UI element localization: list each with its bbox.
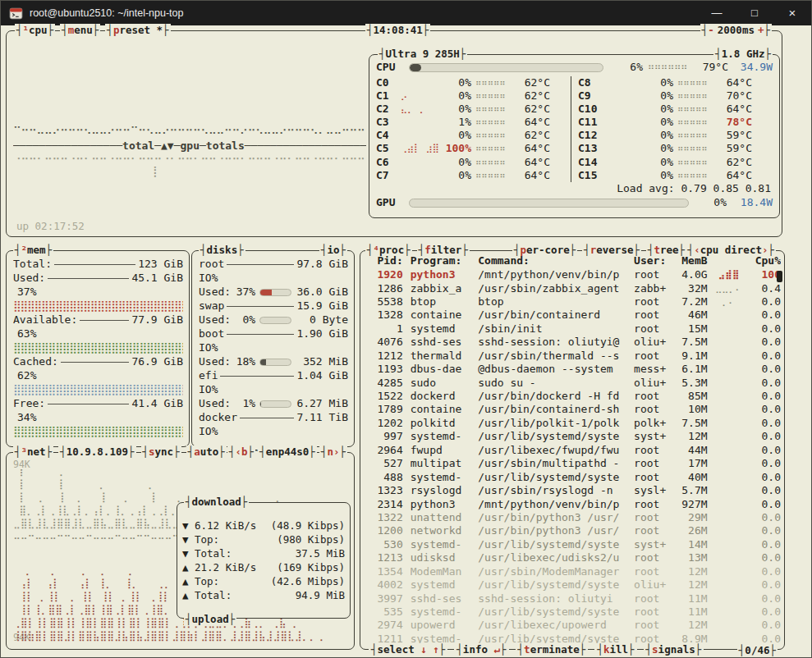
proc-row[interactable]: 5538btopbtoproot7.2M⡀⠄0.0 (365, 295, 781, 308)
next-interface-button[interactable]: n› (319, 446, 347, 458)
proc-row[interactable]: 1920python3/mnt/python/venv/bin/proot4.0… (365, 268, 781, 281)
terminate-button[interactable]: terminate (516, 643, 589, 656)
proc-row[interactable]: 1202polkitd/usr/lib/polkit-1/polkpolk+7.… (365, 417, 781, 430)
proc-row[interactable]: 2314python3/mnt/python/venv/bin/proot927… (365, 497, 781, 510)
fill-line (227, 306, 294, 307)
prev-interface-button[interactable]: ‹b (227, 446, 255, 458)
auto-button[interactable]: auto (186, 446, 227, 458)
core-row: C5⢀⣴⡇ ⣰⣿⣿100%⠶⠶⠶⠶⠶64°C (376, 142, 571, 155)
proc-mem: 9.1M (673, 350, 708, 363)
mem-row: Used:45.1 GiB (13, 272, 183, 286)
proc-row[interactable]: 1286zabbix_a/usr/sbin/zabbix_agentzabb+3… (365, 281, 781, 295)
proc-row[interactable]: 1323rsyslogd/usr/sbin/rsyslogd -nsysl+5.… (365, 484, 781, 497)
refresh-increase[interactable]: + (758, 24, 764, 36)
col-user[interactable]: User: (634, 254, 673, 267)
download-arrow-icon: ▼ (182, 519, 195, 532)
preset-button[interactable]: preset * (105, 24, 170, 36)
fill-line (48, 404, 129, 404)
core-temp: 64°C (514, 116, 550, 129)
proc-program: python3 (411, 498, 473, 511)
mem-tab-label: mem (27, 244, 46, 256)
net-stat-label: 21.2 KiB/s (195, 561, 256, 574)
download-title: download (184, 496, 249, 508)
disks-body: root97.8 GiBIO%Used:37%36.0 GiBswap15.9 … (199, 258, 348, 445)
col-pid[interactable]: Pid: (365, 254, 403, 267)
cpu-tab[interactable]: ¹cpu (15, 24, 55, 36)
proc-row[interactable]: 3997sshd-sessshd-session: oliutyiroot11M… (365, 592, 781, 605)
core-temp-meter: ⠶⠶⠶⠶⠶ (673, 169, 716, 182)
proc-row[interactable]: 1354ModemMan/usr/sbin/ModemManagerroot12… (365, 565, 781, 578)
proc-row[interactable]: 527multipat/usr/sbin/multipathd -root17M… (365, 457, 781, 470)
proc-program: sshd-ses (411, 336, 473, 349)
col-memb[interactable]: MemB (673, 254, 708, 267)
scrollbar-thumb[interactable] (777, 271, 782, 282)
mem-tab[interactable]: ² mem (13, 244, 53, 256)
menu-button[interactable]: menu (60, 24, 100, 36)
proc-row[interactable]: 530systemd-/usr/lib/systemd/systesyst+14… (365, 538, 781, 551)
disks-title-label: disks (207, 244, 238, 256)
proc-command: /usr/lib/systemd/syste (478, 578, 628, 592)
proc-user: root (634, 619, 673, 632)
proc-row[interactable]: 1212thermald/usr/sbin/thermald --sroot9.… (365, 350, 781, 363)
proc-row[interactable]: 1systemd/sbin/initroot15M0.0 (365, 322, 781, 336)
proc-row[interactable]: 4285sudosudo su -oliu+5.3M0.0 (365, 377, 781, 390)
proc-cpu-percent: 0.0 (750, 498, 781, 511)
proc-cpu-percent: 0.0 (750, 619, 781, 632)
proc-row[interactable]: 997systemd-/usr/lib/systemd/systesyst+12… (365, 430, 781, 443)
core-percent: 0% (640, 129, 673, 142)
proc-row[interactable]: 488systemd-/usr/lib/systemd/systeroot40M… (365, 471, 781, 484)
footer-hotkey: k (603, 643, 610, 656)
proc-mem: 10M (673, 403, 708, 416)
disk-io-label: IO% (199, 383, 348, 397)
core-temp: 62°C (716, 156, 752, 169)
col-cpu[interactable]: Cpu% (750, 254, 781, 267)
proc-cpu-percent: 0.0 (750, 377, 781, 390)
net-tab[interactable]: ³net (13, 446, 53, 458)
proc-program: multipat (411, 457, 473, 470)
window-titlebar[interactable]: root@ubuntu2510: ~/intel-npu-top — □ × (1, 1, 811, 25)
core-temp-meter: ⠶⠶⠶⠶⠶ (471, 116, 514, 129)
proc-command: /usr/sbin/multipathd - (478, 457, 628, 470)
minimize-button[interactable]: — (698, 1, 736, 25)
mem-panel: ² mem Total:123 GiBUsed:45.1 GiB37%⣿⣿⣿⣿⣿… (6, 250, 190, 447)
proc-row[interactable]: 1522dockerd/usr/bin/dockerd -H fdroot85M… (365, 390, 781, 403)
core-name: C3 (376, 116, 401, 129)
info-button[interactable]: info ↵ (454, 643, 508, 656)
close-button[interactable]: × (773, 1, 811, 25)
col-program[interactable]: Program: (411, 254, 473, 267)
proc-row[interactable]: 2974upowerd/usr/libexec/upowerdroot12M0.… (365, 619, 781, 632)
kill-button[interactable]: kill (594, 643, 636, 656)
core-column-right: C80%⠶⠶⠶⠶⠶64°CC90%⠶⠶⠶⠶⠶70°CC100%⠶⠶⠶⠶⠶64°C… (571, 76, 773, 182)
signals-button[interactable]: signals (644, 643, 704, 656)
net-stat-label: 6.12 KiB/s (195, 519, 256, 532)
maximize-button[interactable]: □ (736, 1, 773, 25)
refresh-decrease[interactable]: - (708, 24, 714, 36)
proc-row[interactable]: 1193dbus-dae@dbus-daemon --systemmess+6.… (365, 363, 781, 376)
core-temp-meter: ⠶⠶⠶⠶⠶ (471, 129, 514, 142)
proc-row[interactable]: 1213udisksd/usr/libexec/udisks2/uroot13M… (365, 551, 781, 564)
proc-pid: 4076 (365, 336, 403, 349)
proc-row[interactable]: 4076sshd-sessshd-session: oliutyi@oliu+7… (365, 336, 781, 349)
proc-mem: 11M (673, 605, 708, 619)
core-row: C150%⠶⠶⠶⠶⠶64°C (578, 169, 773, 182)
proc-command: sshd-session: oliutyi (478, 592, 628, 605)
proc-cpu-percent: 0.0 (750, 363, 781, 376)
proc-mem: 40M (673, 471, 708, 484)
io-mode-button[interactable]: io (319, 244, 347, 256)
proc-row[interactable]: 1200networkd/usr/bin/python3 /usr/root26… (365, 524, 781, 537)
proc-row[interactable]: 1328containe/usr/bin/containerdroot46M0.… (365, 308, 781, 322)
col-command[interactable]: Command: (478, 254, 628, 267)
proc-row[interactable]: 535systemd-/usr/lib/systemd/systeroot11M… (365, 605, 781, 619)
sync-button[interactable]: sync (141, 446, 181, 458)
core-temp: 64°C (514, 169, 550, 182)
proc-row[interactable]: 2964fwupd/usr/libexec/fwupd/fwuroot44M0.… (365, 444, 781, 457)
core-temp-meter: ⠶⠶⠶⠶⠶ (471, 89, 514, 103)
select-button[interactable]: select ↓ ↑ (369, 643, 447, 656)
proc-row[interactable]: 1322unattend/usr/bin/python3 /usr/root29… (365, 511, 781, 524)
core-temp: 64°C (514, 142, 550, 155)
proc-row[interactable]: 4002systemd/usr/lib/systemd/systeoliu+12… (365, 578, 781, 592)
disk-used-fill (260, 359, 266, 365)
proc-row[interactable]: 1789containe/usr/bin/containerd-shroot10… (365, 403, 781, 416)
mem-row: Free:41.4 GiB (13, 397, 183, 411)
net-stat-row: ▲21.2 KiB/s(169 Kibps) (182, 561, 345, 575)
